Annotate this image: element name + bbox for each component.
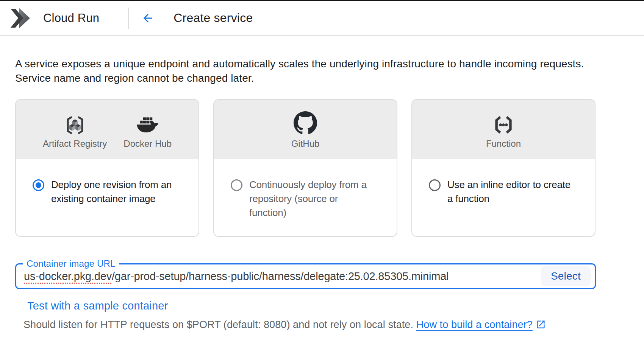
docker-hub-icon [136,110,160,135]
source-github: GitHub [291,110,320,149]
card-container-image-header: Artifact Registry Docker Hub [16,100,199,159]
cloud-run-logo-icon [10,7,31,29]
source-label: Artifact Registry [43,138,107,149]
radio-deploy-existing-image[interactable] [33,179,44,191]
deployment-source-cards: Artifact Registry Docker Hub [15,99,629,237]
helper-text-body: Should listen for HTTP requests on $PORT… [23,319,416,330]
option-label: Continuously deploy from a repository (s… [249,178,367,220]
source-label: Docker Hub [123,138,172,149]
back-arrow-icon [141,12,154,25]
card-container-image[interactable]: Artifact Registry Docker Hub [15,99,199,237]
radio-continuous-deploy[interactable] [231,179,242,191]
container-image-url-field[interactable]: Container image URL us-docker.pkg.dev/ga… [15,263,596,289]
option-label: Deploy one revision from an existing con… [51,178,172,206]
github-icon [294,110,317,135]
source-function: Function [486,110,521,149]
url-spellchecked-segment: us-docker.pkg.dev [24,270,112,282]
source-artifact-registry: Artifact Registry [43,110,107,149]
how-to-build-container-link[interactable]: How to build a container? [416,319,533,330]
source-label: Function [486,138,521,149]
intro-text: A service exposes a unique endpoint and … [15,57,629,86]
source-docker-hub: Docker Hub [123,110,172,149]
external-link-icon[interactable] [536,319,546,332]
container-image-url-value[interactable]: us-docker.pkg.dev/gar-prod-setup/harness… [24,270,449,283]
product-name: Cloud Run [43,11,99,25]
artifact-registry-icon [66,110,84,135]
test-sample-container-link[interactable]: Test with a sample container [27,300,168,312]
function-icon [493,110,514,135]
card-repository-header: GitHub [214,100,397,159]
page-title: Create service [174,11,253,25]
radio-inline-editor[interactable] [429,179,441,191]
app-header: Cloud Run Create service [0,1,644,36]
header-divider [128,8,129,29]
field-label: Container image URL [23,258,119,269]
cloud-run-create-service-page: Cloud Run Create service A service expos… [0,0,644,339]
card-repository-option: Continuously deploy from a repository (s… [214,159,397,220]
option-label: Use an inline editor to create a functio… [447,178,571,206]
card-function-header: Function [412,100,595,159]
card-function-option: Use an inline editor to create a functio… [412,159,595,206]
url-rest-segment: /gar-prod-setup/harness-public/harness/d… [112,270,449,282]
card-function[interactable]: Function Use an inline editor to create … [411,99,596,237]
source-label: GitHub [291,138,320,149]
back-button[interactable] [141,11,155,25]
main-content: A service exposes a unique endpoint and … [0,57,644,332]
card-repository[interactable]: GitHub Continuously deploy from a reposi… [213,99,397,237]
card-container-image-option: Deploy one revision from an existing con… [16,159,199,206]
select-button[interactable]: Select [541,266,591,286]
helper-text: Should listen for HTTP requests on $PORT… [23,319,629,332]
